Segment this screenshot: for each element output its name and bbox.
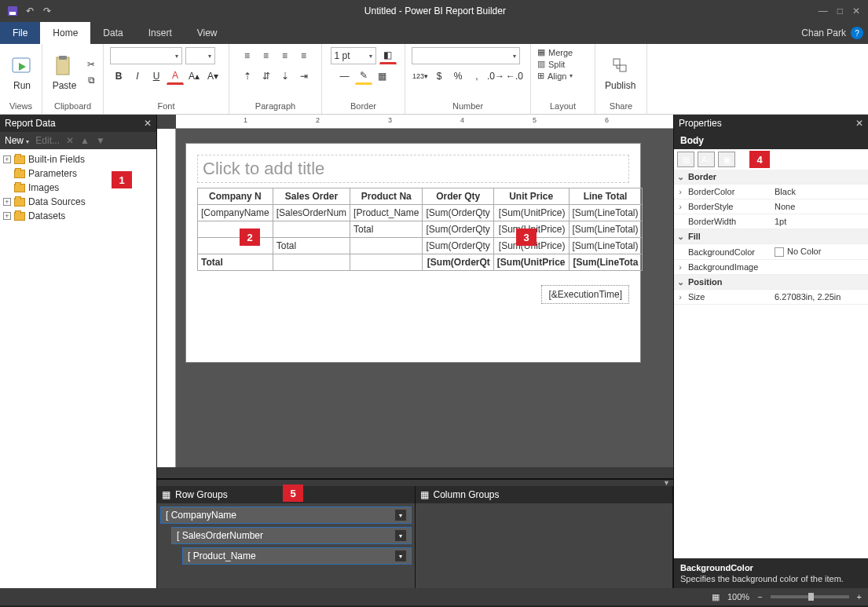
highlight-button[interactable]: ✎ [355,68,372,85]
edit-button[interactable]: Edit... [35,135,60,146]
panel-close-icon[interactable]: ✕ [855,118,863,129]
move-down-icon[interactable]: ▼ [96,135,105,146]
font-family-combo[interactable]: ▾ [110,47,182,64]
new-button[interactable]: New ▾ [5,135,29,146]
prop-cat-position[interactable]: ⌄Position [674,275,868,290]
border-width-combo[interactable]: 1 pt▾ [331,47,376,64]
copy-icon[interactable]: ⧉ [83,73,99,87]
tablix[interactable]: Company N Sales Order Product Na Order Q… [197,188,643,271]
paste-button[interactable]: Paste [49,52,80,93]
report-page[interactable]: Click to add title Company N Sales Order… [185,143,641,363]
design-canvas[interactable]: Click to add title Company N Sales Order… [176,129,673,467]
decrease-decimal-button[interactable]: ←.0 [506,68,523,85]
increase-decimal-button[interactable]: .0→ [487,68,504,85]
cell[interactable] [350,254,423,271]
save-icon[interactable] [6,5,19,17]
comma-button[interactable]: , [468,68,485,85]
tree-item-builtin[interactable]: +Built-in Fields [2,152,155,166]
shrink-font-button[interactable]: A▾ [204,68,222,85]
cell[interactable]: [Sum(UnitPrice [493,254,569,271]
publish-button[interactable]: Publish [602,52,639,93]
cell[interactable] [273,221,350,238]
cell[interactable]: [Sum(LineTotal) [569,238,642,254]
rowgroup-salesorder[interactable]: [ SalesOrderNumber▾ [171,527,412,544]
split-button[interactable]: ▥Split [537,59,588,69]
panel-close-icon[interactable]: ✕ [144,118,152,129]
prop-cat-fill[interactable]: ⌄Fill [674,229,868,244]
valign-top-icon[interactable]: ⇡ [239,68,256,85]
number-123-button[interactable]: 123▾ [412,68,429,85]
cell[interactable] [350,238,423,254]
execution-time[interactable]: [&ExecutionTime] [541,285,629,304]
number-format-combo[interactable]: ▾ [412,47,520,64]
tab-insert[interactable]: Insert [136,22,185,44]
align-center-icon[interactable]: ≡ [258,47,275,64]
prop-bgcolor[interactable]: BackgroundColorNo Color [674,244,868,260]
rowgroup-company[interactable]: [ CompanyName▾ [160,506,412,524]
cell[interactable]: [CompanyName [198,205,273,221]
user-name[interactable]: Chan Park [801,27,846,38]
chevron-down-icon[interactable]: ▾ [395,510,406,521]
prop-cat-border[interactable]: ⌄Border [674,170,868,185]
cell[interactable]: [SalesOrderNum [273,205,350,221]
cell[interactable]: [Product_Name [350,205,423,221]
tree-item-datasources[interactable]: +Data Sources [2,195,155,209]
font-size-combo[interactable]: ▾ [185,47,215,64]
borders-button[interactable]: ▦ [374,68,391,85]
prop-borderwidth[interactable]: BorderWidth1pt [674,214,868,229]
italic-button[interactable]: I [129,68,146,85]
cell[interactable] [198,238,273,254]
zoom-out-button[interactable]: − [757,592,762,602]
redo-icon[interactable]: ↷ [41,5,53,17]
chevron-down-icon[interactable]: ▾ [395,550,406,561]
valign-bottom-icon[interactable]: ⇣ [277,68,294,85]
zoom-slider[interactable] [771,595,849,598]
property-pages-icon[interactable]: ▣ [718,152,735,167]
prop-borderstyle[interactable]: ›BorderStyleNone [674,199,868,214]
cell[interactable] [273,254,350,271]
tab-home[interactable]: Home [40,22,90,44]
align-right-icon[interactable]: ≡ [277,47,294,64]
font-color-button[interactable]: A [167,68,184,85]
border-color-button[interactable]: ◧ [379,47,397,64]
tab-data[interactable]: Data [90,22,135,44]
tab-view[interactable]: View [185,22,230,44]
currency-button[interactable]: $ [430,68,448,85]
indent-icon[interactable]: ⇥ [295,68,313,85]
title-placeholder[interactable]: Click to add title [197,155,629,183]
cell[interactable]: [Sum(LineTotal) [569,205,642,221]
underline-button[interactable]: U [148,68,165,85]
maximize-icon[interactable]: □ [837,5,843,16]
border-style-button[interactable]: — [336,68,353,85]
rowgroup-product[interactable]: [ Product_Name▾ [182,547,412,565]
zoom-in-button[interactable]: + [857,592,862,602]
close-icon[interactable]: ✕ [852,5,860,16]
align-button[interactable]: ⊞Align▾ [537,71,588,81]
prop-size[interactable]: ›Size6.27083in, 2.25in [674,290,868,305]
cell[interactable]: [Sum(OrderQty [423,221,493,238]
help-icon[interactable]: ? [851,27,863,39]
bold-button[interactable]: B [110,68,127,85]
view-icon[interactable]: ▦ [712,592,720,602]
grow-font-button[interactable]: A▴ [185,68,203,85]
cell[interactable]: [Sum(LineTotal) [569,221,642,238]
tab-file[interactable]: File [0,22,40,44]
header-unitprice[interactable]: Unit Price [493,188,569,205]
delete-icon[interactable]: ✕ [66,135,74,146]
prop-bordercolor[interactable]: ›BorderColorBlack [674,185,868,199]
header-company[interactable]: Company N [198,188,273,205]
minimize-icon[interactable]: — [819,5,828,16]
prop-bgimage[interactable]: ›BackgroundImage [674,260,868,275]
cell[interactable]: Total [350,221,423,238]
categorized-icon[interactable]: ▤ [677,152,694,167]
tree-item-datasets[interactable]: +Datasets [2,209,155,223]
header-orderqty[interactable]: Order Qty [423,188,493,205]
merge-button[interactable]: ▦Merge [537,47,588,57]
cell[interactable]: [Sum(OrderQty [423,205,493,221]
run-button[interactable]: Run [6,52,38,93]
undo-icon[interactable]: ↶ [24,5,36,17]
cell[interactable]: [Sum(OrderQt [423,254,493,271]
move-up-icon[interactable]: ▲ [80,135,90,146]
cell[interactable] [198,221,273,238]
alphabetical-icon[interactable]: A↓ [698,152,715,167]
